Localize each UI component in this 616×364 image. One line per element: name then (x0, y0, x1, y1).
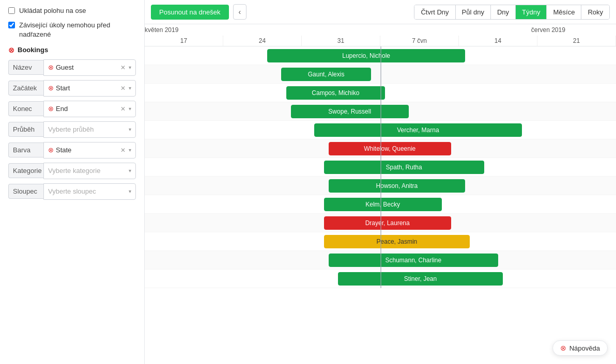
view-btn-3[interactable]: Týdny (515, 5, 546, 19)
field-value-text-4: State (56, 146, 117, 154)
gantt-timeline[interactable]: Lupercio, NicholeGaunt, AlexisCampos, Mi… (145, 46, 616, 359)
gantt-row-6: Spath, Rutha (145, 158, 616, 177)
field-dropdown-btn-1[interactable]: ▾ (129, 85, 131, 91)
gantt-row-4: Vercher, Marna (145, 121, 616, 139)
bookings-section-title: ⊗ Bookings (8, 46, 136, 54)
field-value-text-2: End (56, 105, 117, 113)
gantt-bar-7[interactable]: Howson, Anitra (329, 179, 465, 193)
field-bookings-icon: ⊗ (48, 84, 54, 92)
gantt-bar-6[interactable]: Spath, Rutha (324, 161, 484, 174)
field-value-5[interactable]: Vyberte kategorie▾ (43, 163, 136, 179)
field-dropdown-btn-3[interactable]: ▾ (129, 126, 131, 132)
gantt-day-1: 24 (223, 36, 302, 46)
gantt-row-5: Whitelow, Queenie (145, 139, 616, 158)
field-value-0[interactable]: ⊗Guest✕▾ (43, 59, 136, 76)
field-label-6: Sloupec (8, 184, 43, 199)
gantt-row-7: Howson, Anitra (145, 177, 616, 195)
checkbox2-label: Závisející úkoly nemohou před nadřazené (19, 21, 136, 39)
today-button[interactable]: Posunout na dnešek (151, 5, 229, 20)
checkbox1-row: Ukládat polohu na ose (8, 6, 136, 15)
field-value-3[interactable]: Vyberte průběh▾ (43, 121, 136, 138)
gantt-row-0: Lupercio, Nichole (145, 46, 616, 65)
field-placeholder-3: Vyberte průběh (48, 125, 126, 133)
field-placeholder-5: Vyberte kategorie (48, 167, 126, 175)
gantt-day-4: 14 (459, 36, 537, 46)
sidebar: Ukládat polohu na ose Závisející úkoly n… (0, 0, 145, 364)
field-clear-btn-4[interactable]: ✕ (120, 147, 126, 154)
gantt-bar-1[interactable]: Gaunt, Alexis (281, 68, 371, 81)
gantt-bar-0[interactable]: Lupercio, Nichole (267, 49, 465, 62)
field-label-5: Kategorie (8, 163, 43, 178)
field-dropdown-btn-5[interactable]: ▾ (129, 168, 131, 173)
field-clear-btn-0[interactable]: ✕ (120, 64, 126, 71)
gantt-row-8: Kelm, Becky (145, 195, 616, 214)
field-row-5: KategorieVyberte kategorie▾ (8, 163, 136, 179)
help-button[interactable]: ⊗ Nápověda (552, 340, 608, 356)
gantt-bar-10[interactable]: Peace, Jasmin (324, 235, 470, 248)
gantt-row-3: Swope, Russell (145, 102, 616, 121)
field-row-3: PrůběhVyberte průběh▾ (8, 121, 136, 138)
checkbox1-label: Ukládat polohu na ose (19, 6, 86, 15)
field-row-2: Konec⊗End✕▾ (8, 101, 136, 117)
gantt-rows: Lupercio, NicholeGaunt, AlexisCampos, Mi… (145, 46, 616, 288)
view-btn-0[interactable]: Čtvrt Dny (414, 5, 455, 19)
gantt-row-12: Stiner, Jean (145, 270, 616, 288)
field-clear-btn-2[interactable]: ✕ (120, 105, 126, 113)
checkbox2-row: Závisející úkoly nemohou před nadřazené (8, 21, 136, 39)
field-value-text-0: Guest (56, 64, 117, 71)
field-bookings-icon: ⊗ (48, 64, 54, 71)
gantt-day-5: 21 (537, 36, 616, 46)
gantt-bar-4[interactable]: Vercher, Marna (314, 123, 521, 137)
section-label: Bookings (18, 46, 48, 54)
gantt-day-3: 7 čvn (380, 36, 459, 46)
gantt-month-1: červen 2019 (531, 26, 565, 34)
view-buttons: Čtvrt DnyPůl dnyDnyTýdnyMěsíceRoky (414, 5, 610, 20)
field-label-2: Konec (8, 101, 43, 116)
gantt-bar-2[interactable]: Campos, Michiko (286, 86, 386, 100)
view-btn-1[interactable]: Půl dny (455, 5, 490, 19)
bookings-icon: ⊗ (8, 46, 14, 54)
checkbox1[interactable] (8, 7, 15, 14)
prev-button[interactable]: ‹ (233, 4, 247, 20)
field-dropdown-btn-2[interactable]: ▾ (129, 106, 131, 112)
gantt-row-9: Drayer, Laurena (145, 214, 616, 232)
gantt-row-11: Schumann, Charline (145, 251, 616, 270)
main-area: Posunout na dnešek ‹ Čtvrt DnyPůl dnyDny… (145, 0, 616, 364)
field-value-1[interactable]: ⊗Start✕▾ (43, 80, 136, 97)
gantt-month-0: květen 2019 (145, 26, 178, 34)
gantt-bar-12[interactable]: Stiner, Jean (338, 272, 503, 286)
field-dropdown-btn-4[interactable]: ▾ (129, 147, 131, 153)
gantt-bar-11[interactable]: Schumann, Charline (329, 254, 498, 267)
field-value-4[interactable]: ⊗State✕▾ (43, 142, 136, 159)
gantt-bar-3[interactable]: Swope, Russell (291, 105, 409, 118)
field-clear-btn-1[interactable]: ✕ (120, 85, 126, 92)
checkbox2[interactable] (8, 22, 15, 28)
gantt-row-1: Gaunt, Alexis (145, 65, 616, 84)
gantt-bar-8[interactable]: Kelm, Becky (324, 198, 442, 211)
view-btn-5[interactable]: Roky (581, 5, 609, 19)
view-btn-2[interactable]: Dny (490, 5, 515, 19)
fields-container: Název⊗Guest✕▾Začátek⊗Start✕▾Konec⊗End✕▾P… (8, 59, 136, 200)
field-placeholder-6: Vyberte sloupec (48, 187, 126, 195)
toolbar: Posunout na dnešek ‹ Čtvrt DnyPůl dnyDny… (145, 0, 616, 24)
field-value-2[interactable]: ⊗End✕▾ (43, 101, 136, 117)
gantt-months: květen 2019červen 2019 (145, 24, 616, 36)
field-dropdown-btn-0[interactable]: ▾ (129, 65, 131, 70)
field-label-3: Průběh (8, 122, 43, 137)
field-label-0: Název (8, 60, 43, 75)
gantt-days: 1724317 čvn1421 (145, 36, 616, 46)
field-value-text-1: Start (56, 84, 117, 92)
view-btn-4[interactable]: Měsíce (546, 5, 581, 19)
field-label-1: Začátek (8, 81, 43, 96)
field-label-4: Barva (8, 143, 43, 157)
field-value-6[interactable]: Vyberte sloupec▾ (43, 183, 136, 200)
gantt-bar-5[interactable]: Whitelow, Queenie (329, 142, 451, 155)
field-dropdown-btn-6[interactable]: ▾ (129, 188, 131, 194)
gantt-day-2: 31 (302, 36, 380, 46)
field-row-6: SloupecVyberte sloupec▾ (8, 183, 136, 200)
field-bookings-icon: ⊗ (48, 146, 54, 154)
gantt-bar-9[interactable]: Drayer, Laurena (324, 216, 451, 230)
field-row-0: Název⊗Guest✕▾ (8, 59, 136, 76)
field-row-4: Barva⊗State✕▾ (8, 142, 136, 159)
toolbar-left: Posunout na dnešek ‹ (151, 4, 247, 20)
